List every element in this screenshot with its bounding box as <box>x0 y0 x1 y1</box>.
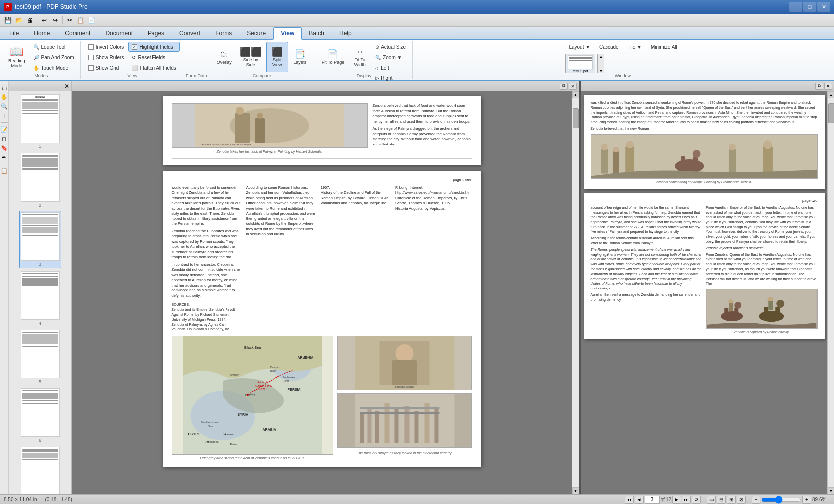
scroll-track[interactable] <box>572 98 579 487</box>
minimize-all-button[interactable]: Minimize All <box>647 42 681 52</box>
left-scrollbar[interactable]: ▲ ▼ <box>572 91 579 494</box>
thumbnail-4[interactable]: 4 <box>20 270 61 327</box>
highlight-fields-checkbox[interactable]: ✓ <box>132 44 137 50</box>
tab-view[interactable]: View <box>273 27 302 40</box>
zoom-out-button[interactable]: − <box>752 496 760 504</box>
layout-button[interactable]: Layout ▼ <box>565 42 594 52</box>
close-button[interactable]: ✕ <box>817 2 830 12</box>
tab-help[interactable]: Help <box>332 27 359 39</box>
thumbnail-5[interactable]: 5 <box>20 329 61 385</box>
continuous-page-button[interactable]: ⊟ <box>717 496 726 504</box>
scroll-down-button[interactable]: ▼ <box>572 487 579 494</box>
side-by-side-button[interactable]: ⬛⬛ Side bySide <box>236 42 265 72</box>
form-icon[interactable]: 📋 <box>0 167 8 175</box>
flatten-all-button[interactable]: ⬜ Flatten All Fields <box>128 63 179 72</box>
show-grid-checkbox[interactable] <box>88 65 94 71</box>
continuous-two-button[interactable]: ⊠ <box>737 496 746 504</box>
thumbnail-6[interactable]: 6 <box>20 387 61 444</box>
copy-button[interactable]: 📋 <box>76 15 85 25</box>
reset-fields-button[interactable]: ↺ Reset Fields <box>128 52 179 62</box>
tab-batch[interactable]: Batch <box>302 27 332 39</box>
text-select-icon[interactable]: T <box>0 112 8 120</box>
cascade-button[interactable]: Cascade <box>596 42 622 52</box>
tab-comment[interactable]: Comment <box>57 27 98 39</box>
loupe-tool-button[interactable]: 🔍 Loupe Tool <box>30 42 77 52</box>
left-doc-scroll[interactable]: Zenobia takes her last look at Palmyra Z… <box>72 91 572 494</box>
right-doc-scroll[interactable]: was killed or died in office. Zenobia se… <box>581 91 827 494</box>
two-page-button[interactable]: ⊞ <box>727 496 736 504</box>
split-view-button[interactable]: ⬛ SplitView <box>266 42 288 72</box>
fit-to-width-button[interactable]: ↔ Fit ToWidth <box>349 42 371 72</box>
refresh-button[interactable]: ↺ <box>692 496 701 504</box>
select-tool-icon[interactable]: ⬚ <box>0 83 8 91</box>
stamp-icon[interactable]: 🔖 <box>0 144 8 152</box>
window-controls[interactable]: ─ □ ✕ <box>789 2 830 12</box>
tab-document[interactable]: Document <box>98 27 140 39</box>
left-panel-close-button[interactable]: ✕ <box>569 83 577 90</box>
fit-to-page-button[interactable]: 📄 Fit To Page <box>318 42 348 72</box>
right-panel-restore-button[interactable]: ⧉ <box>815 83 823 90</box>
print-button[interactable]: 🖨 <box>25 15 35 25</box>
maximize-button[interactable]: □ <box>803 2 816 12</box>
page-number-input[interactable] <box>645 496 660 504</box>
zoom-tool-icon[interactable]: 🔍 <box>0 102 8 110</box>
right-scroll-down[interactable]: ▼ <box>828 487 834 494</box>
right-scroll-track[interactable] <box>828 98 834 487</box>
thumbnail-2[interactable]: 2 <box>20 152 61 209</box>
shapes-icon[interactable]: ◻ <box>0 135 8 143</box>
window-thumb[interactable]: test09.pdf <box>565 54 595 73</box>
right-scroll-up[interactable]: ▲ <box>828 91 834 98</box>
thumbnail-3[interactable]: 3 <box>19 211 61 268</box>
overlay-button[interactable]: 🗂 Overlay <box>213 42 235 72</box>
zoom-slider[interactable] <box>761 496 801 504</box>
open-button[interactable]: 📂 <box>14 15 24 25</box>
thumbnail-7[interactable]: 7 <box>20 446 61 494</box>
thumbnail-1[interactable]: OLD NEWS 1 <box>20 93 61 150</box>
new-button[interactable]: 📄 <box>86 15 96 25</box>
scroll-thumb[interactable] <box>573 108 579 128</box>
tab-secure[interactable]: Secure <box>239 27 273 39</box>
show-grid-label: Show Grid <box>96 65 119 71</box>
next-page-button[interactable]: ► <box>672 496 681 504</box>
zoom-button[interactable]: 🔍 Zoom ▼ <box>372 52 409 62</box>
tile-button[interactable]: Tile ▼ <box>624 42 645 52</box>
minimize-button[interactable]: ─ <box>789 2 802 12</box>
show-rulers-button[interactable]: Show Rulers <box>85 52 128 62</box>
save-button[interactable]: 💾 <box>3 15 13 25</box>
invert-colors-checkbox[interactable] <box>88 44 94 50</box>
prev-page-button[interactable]: ◄ <box>635 496 644 504</box>
left-panel-restore-button[interactable]: ⧉ <box>560 83 568 90</box>
tab-forms[interactable]: Forms <box>208 27 239 39</box>
right-panel-close-button[interactable]: ✕ <box>824 83 832 90</box>
left-button[interactable]: ◁ Left <box>372 63 409 72</box>
window-scroll[interactable]: ▲ ▼ <box>597 54 604 73</box>
undo-button[interactable]: ↩ <box>39 15 49 25</box>
scroll-up-button[interactable]: ▲ <box>572 91 579 98</box>
tab-convert[interactable]: Convert <box>172 27 208 39</box>
redo-button[interactable]: ↪ <box>50 15 60 25</box>
zoom-in-status-button[interactable]: + <box>802 496 811 504</box>
actual-size-button[interactable]: ⊙ Actual Size <box>372 42 409 52</box>
touch-mode-button[interactable]: ✋ Touch Mode <box>30 63 77 72</box>
last-page-button[interactable]: ⏭ <box>682 496 691 504</box>
hand-tool-icon[interactable]: ✋ <box>0 93 8 101</box>
tab-home[interactable]: Home <box>26 27 57 39</box>
annotation-icon[interactable]: 📝 <box>0 125 8 133</box>
signature-icon[interactable]: ✒ <box>0 153 8 161</box>
right-scroll-thumb[interactable] <box>828 103 834 123</box>
show-rulers-checkbox[interactable] <box>88 55 94 60</box>
right-scrollbar[interactable]: ▲ ▼ <box>827 91 834 494</box>
page-3-col2-text: According to some Roman historians, Zeno… <box>246 185 316 237</box>
invert-colors-button[interactable]: Invert Colors <box>85 42 128 52</box>
pan-zoom-button[interactable]: 🔎 Pan And Zoom <box>30 52 77 62</box>
layers-button[interactable]: 📑 Layers <box>289 42 311 72</box>
highlight-fields-button[interactable]: ✓ Highlight Fields <box>128 42 179 52</box>
show-grid-button[interactable]: Show Grid <box>85 63 128 72</box>
reading-mode-button[interactable]: 📖 ReadingMode <box>5 42 29 72</box>
tab-file[interactable]: File <box>2 27 26 39</box>
first-page-button[interactable]: ⏮ <box>625 496 634 504</box>
single-page-button[interactable]: ▭ <box>707 496 716 504</box>
cut-button[interactable]: ✂ <box>65 15 75 25</box>
tab-pages[interactable]: Pages <box>140 27 172 39</box>
thumbnail-close-button[interactable]: ✕ <box>64 83 69 90</box>
